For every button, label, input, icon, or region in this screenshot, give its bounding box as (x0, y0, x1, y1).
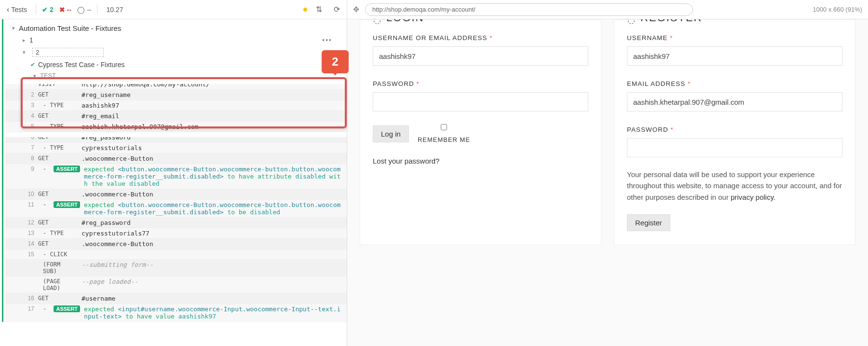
register-password-label: PASSWORD * (627, 126, 842, 133)
command-name: - ASSERT (38, 305, 80, 312)
caret-right-icon: ▸ (23, 37, 26, 43)
login-username-label: USERNAME OR EMAIL ADDRESS * (373, 34, 588, 42)
login-password-label: PASSWORD * (373, 80, 588, 87)
command-message: http://shop.demoqa.com/my-account/ (81, 81, 342, 88)
line-number: 7 (25, 144, 34, 151)
command-log-row[interactable]: 7- TYPEcypresstutorials (5, 143, 347, 153)
circle-icon: ◯ (77, 6, 85, 14)
register-email-input[interactable] (627, 92, 842, 111)
command-message: expected <button.woocommerce-Button.wooc… (84, 201, 342, 216)
command-name: - TYPE (38, 123, 78, 130)
register-button[interactable]: Register (627, 214, 670, 231)
divider (36, 4, 36, 15)
command-log-row[interactable]: 3- TYPEaashishk97 (5, 100, 347, 111)
line-number: 5 (25, 123, 34, 130)
cypress-runner-panel: ‹ Tests ✔ 2 ✖ -- ◯ -- 10.27 ⇅ ⟳ (0, 0, 347, 346)
command-log-row[interactable]: 11- ASSERTexpected <button.woocommerce-B… (5, 200, 347, 218)
check-icon: ✔ (30, 61, 35, 68)
test-block-1[interactable]: ▸ 1 ••• (5, 34, 347, 46)
remember-me-checkbox[interactable] (441, 124, 447, 130)
command-name: - ASSERT (38, 201, 80, 208)
preview-body: LOGIN USERNAME OR EMAIL ADDRESS * PASSWO… (347, 19, 868, 346)
command-name: GET (38, 134, 78, 140)
runner-top-bar: ‹ Tests ✔ 2 ✖ -- ◯ -- 10.27 ⇅ ⟳ (0, 0, 347, 19)
command-log-row[interactable]: 8GET.woocommerce-Button (5, 153, 347, 164)
line-number: 11 (25, 201, 34, 208)
command-name: VISIT (38, 81, 78, 87)
reload-icon[interactable]: ⟳ (331, 3, 343, 16)
resize-icon[interactable]: ⇅ (313, 3, 325, 16)
command-message: cypresstutorials (81, 144, 342, 152)
command-name: - TYPE (38, 102, 78, 109)
register-username-input[interactable] (627, 46, 842, 66)
command-log-row[interactable]: 4GET#reg_email (5, 111, 347, 122)
command-log-row[interactable]: (PAGE LOAD)--page loaded-- (5, 277, 347, 293)
test-case-title: Cypress Test Case - Fixtures (38, 61, 124, 69)
privacy-text: Your personal data will be used to suppo… (627, 169, 842, 203)
command-message: #username (81, 295, 342, 302)
command-log-row[interactable]: 2GET#reg_username (5, 90, 347, 100)
command-log-row[interactable]: 16GET#username (5, 293, 347, 304)
command-message: #reg_password (81, 219, 342, 226)
register-password-input[interactable] (627, 138, 842, 157)
command-log-row[interactable]: 5- TYPEaashish.khetarpal.907@gmail.com (5, 122, 347, 132)
viewport-info: 1000 x 660 (91%) (813, 6, 862, 13)
more-icon[interactable]: ••• (322, 36, 342, 44)
command-log-row[interactable]: 13- TYPEcypresstutorials77 (5, 228, 347, 239)
caret-down-icon: ▾ (12, 25, 15, 31)
command-message: .woocommerce-Button (81, 191, 342, 198)
line-number: 13 (25, 230, 34, 236)
url-bar: ✥ 1000 x 660 (91%) (347, 0, 868, 19)
command-name: - TYPE (38, 144, 78, 151)
pass-count: ✔ 2 (42, 6, 54, 14)
suite-title: Automation Test Suite - Fixtures (19, 24, 121, 32)
test-tree: ▾ Automation Test Suite - Fixtures ▸ 1 •… (2, 19, 347, 322)
register-username-label: USERNAME * (627, 34, 842, 42)
line-number: 15 (25, 251, 34, 258)
lost-password-link[interactable]: Lost your password? (373, 157, 588, 165)
command-message: aashish.khetarpal.907@gmail.com (81, 123, 342, 130)
command-message: .woocommerce-Button (81, 240, 342, 248)
line-number: 10 (25, 191, 34, 197)
url-input[interactable] (365, 3, 693, 16)
ring-icon (373, 19, 381, 25)
privacy-policy-link[interactable]: privacy policy. (731, 193, 775, 201)
command-message: expected <input#username.woocommerce-Inp… (84, 305, 342, 320)
back-to-tests-button[interactable]: ‹ Tests (4, 5, 30, 14)
command-log-row[interactable]: 9- ASSERTexpected <button.woocommerce-Bu… (5, 164, 347, 189)
command-name: - CLICK (38, 251, 78, 258)
divider (97, 4, 97, 15)
command-log-row[interactable]: 14GET.woocommerce-Button (5, 239, 347, 249)
test-case-row[interactable]: ✔ Cypress Test Case - Fixtures (5, 59, 347, 70)
line-number: 17 (25, 305, 34, 312)
test-block-2[interactable]: ▾ 2 (5, 46, 347, 59)
command-log-row[interactable]: 17- ASSERTexpected <input#username.wooco… (5, 304, 347, 322)
command-name: GET (38, 295, 78, 302)
line-number: 6 (25, 134, 34, 140)
svg-point-0 (374, 19, 380, 24)
command-log-row[interactable]: 10GET.woocommerce-Button (5, 189, 347, 200)
selector-target-icon[interactable]: ✥ (353, 5, 359, 14)
command-log-row[interactable]: VISIThttp://shop.demoqa.com/my-account/ (5, 79, 347, 90)
command-log-row[interactable]: 12GET#reg_password (5, 218, 347, 228)
line-number: 16 (25, 295, 34, 302)
command-log: 2 VISIThttp://shop.demoqa.com/my-account… (5, 79, 347, 322)
command-message: expected <button.woocommerce-Button.wooc… (84, 166, 342, 187)
line-number: 4 (25, 112, 34, 119)
ring-icon (627, 19, 636, 25)
command-message: --submitting form-- (81, 261, 342, 268)
annotation-callout: 2 (322, 50, 349, 73)
command-name: - TYPE (38, 230, 78, 236)
command-log-row[interactable]: 15- CLICK (5, 249, 347, 260)
login-button[interactable]: Log in (373, 125, 409, 142)
login-password-input[interactable] (373, 92, 588, 111)
svg-point-1 (628, 19, 635, 24)
suite-title-row[interactable]: ▾ Automation Test Suite - Fixtures (5, 19, 347, 34)
login-username-input[interactable] (373, 46, 588, 66)
caret-down-icon: ▾ (23, 49, 26, 55)
command-log-row[interactable]: (FORM SUB)--submitting form-- (5, 260, 347, 277)
command-name: GET (38, 240, 78, 247)
command-log-row[interactable]: 6GET#reg_password (5, 132, 347, 143)
command-name: (PAGE LOAD) (38, 278, 78, 291)
command-name: GET (38, 112, 78, 119)
